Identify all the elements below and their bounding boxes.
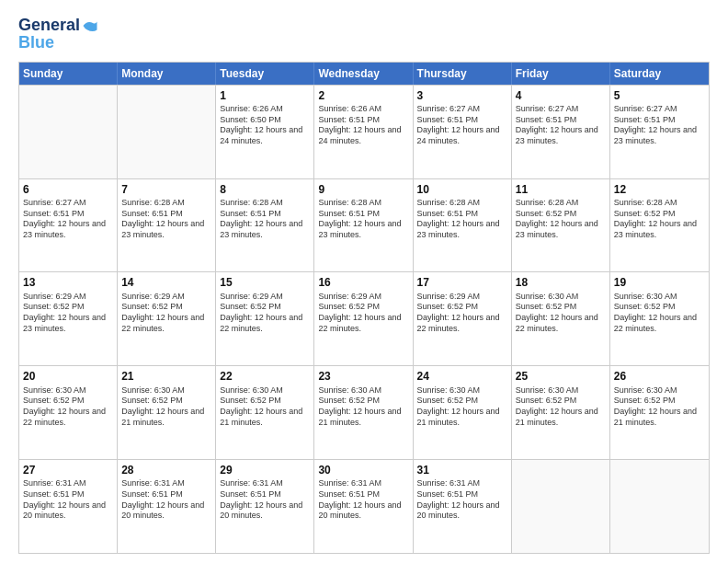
calendar-week: 13Sunrise: 6:29 AMSunset: 6:52 PMDayligh… <box>19 271 709 365</box>
day-number: 25 <box>516 369 606 384</box>
cell-info: Sunrise: 6:31 AMSunset: 6:51 PMDaylight:… <box>220 478 310 522</box>
day-number: 10 <box>417 182 507 197</box>
cell-info: Sunrise: 6:30 AMSunset: 6:52 PMDaylight:… <box>220 385 310 429</box>
cell-info: Sunrise: 6:27 AMSunset: 6:51 PMDaylight:… <box>516 104 606 147</box>
day-number: 27 <box>23 463 113 477</box>
calendar: SundayMondayTuesdayWednesdayThursdayFrid… <box>18 62 710 554</box>
calendar-cell <box>118 86 216 178</box>
calendar-body: 1Sunrise: 6:26 AMSunset: 6:50 PMDaylight… <box>19 85 709 553</box>
calendar-cell: 6Sunrise: 6:27 AMSunset: 6:51 PMDaylight… <box>19 179 118 272</box>
cell-info: Sunrise: 6:30 AMSunset: 6:52 PMDaylight:… <box>417 385 507 429</box>
day-number: 16 <box>318 275 408 290</box>
cell-info: Sunrise: 6:28 AMSunset: 6:51 PMDaylight:… <box>318 198 408 241</box>
cell-info: Sunrise: 6:28 AMSunset: 6:51 PMDaylight:… <box>220 198 310 241</box>
calendar-cell: 20Sunrise: 6:30 AMSunset: 6:52 PMDayligh… <box>19 366 118 459</box>
day-number: 19 <box>614 275 705 290</box>
day-number: 23 <box>318 369 408 384</box>
calendar-week: 20Sunrise: 6:30 AMSunset: 6:52 PMDayligh… <box>19 365 709 459</box>
day-number: 4 <box>516 88 606 103</box>
cell-info: Sunrise: 6:29 AMSunset: 6:52 PMDaylight:… <box>220 292 310 335</box>
logo: General Blue <box>18 17 98 52</box>
calendar-cell: 9Sunrise: 6:28 AMSunset: 6:51 PMDaylight… <box>314 179 413 272</box>
calendar-week: 1Sunrise: 6:26 AMSunset: 6:50 PMDaylight… <box>19 85 709 178</box>
cell-info: Sunrise: 6:30 AMSunset: 6:52 PMDaylight:… <box>614 292 705 335</box>
calendar-cell: 17Sunrise: 6:29 AMSunset: 6:52 PMDayligh… <box>414 272 512 365</box>
cell-info: Sunrise: 6:28 AMSunset: 6:51 PMDaylight:… <box>417 198 507 241</box>
cell-info: Sunrise: 6:31 AMSunset: 6:51 PMDaylight:… <box>23 478 113 522</box>
calendar-cell: 7Sunrise: 6:28 AMSunset: 6:51 PMDaylight… <box>118 179 216 272</box>
calendar-cell: 15Sunrise: 6:29 AMSunset: 6:52 PMDayligh… <box>216 272 314 365</box>
cell-info: Sunrise: 6:29 AMSunset: 6:52 PMDaylight:… <box>417 292 507 335</box>
calendar-cell: 16Sunrise: 6:29 AMSunset: 6:52 PMDayligh… <box>314 272 413 365</box>
cal-header-cell: Tuesday <box>216 63 314 85</box>
cell-info: Sunrise: 6:30 AMSunset: 6:52 PMDaylight:… <box>121 385 211 429</box>
calendar-header: SundayMondayTuesdayWednesdayThursdayFrid… <box>19 63 709 85</box>
cal-header-cell: Wednesday <box>314 63 413 85</box>
cell-info: Sunrise: 6:29 AMSunset: 6:52 PMDaylight:… <box>23 292 113 335</box>
calendar-cell: 2Sunrise: 6:26 AMSunset: 6:51 PMDaylight… <box>314 86 413 178</box>
cell-info: Sunrise: 6:29 AMSunset: 6:52 PMDaylight:… <box>318 292 408 335</box>
cell-info: Sunrise: 6:31 AMSunset: 6:51 PMDaylight:… <box>318 478 408 522</box>
cal-header-cell: Friday <box>512 63 610 85</box>
calendar-cell: 4Sunrise: 6:27 AMSunset: 6:51 PMDaylight… <box>512 86 610 178</box>
day-number: 21 <box>121 369 211 384</box>
cell-info: Sunrise: 6:26 AMSunset: 6:51 PMDaylight:… <box>318 104 408 147</box>
day-number: 29 <box>220 463 310 477</box>
calendar-cell: 1Sunrise: 6:26 AMSunset: 6:50 PMDaylight… <box>216 86 314 178</box>
day-number: 3 <box>417 88 507 103</box>
day-number: 11 <box>516 182 606 197</box>
calendar-cell: 8Sunrise: 6:28 AMSunset: 6:51 PMDaylight… <box>216 179 314 272</box>
calendar-cell: 10Sunrise: 6:28 AMSunset: 6:51 PMDayligh… <box>414 179 512 272</box>
day-number: 20 <box>23 369 113 384</box>
day-number: 30 <box>318 463 408 477</box>
day-number: 8 <box>220 182 310 197</box>
day-number: 9 <box>318 182 408 197</box>
calendar-cell: 3Sunrise: 6:27 AMSunset: 6:51 PMDaylight… <box>414 86 512 178</box>
day-number: 2 <box>318 88 408 103</box>
calendar-cell: 24Sunrise: 6:30 AMSunset: 6:52 PMDayligh… <box>414 366 512 459</box>
day-number: 24 <box>417 369 507 384</box>
calendar-cell: 26Sunrise: 6:30 AMSunset: 6:52 PMDayligh… <box>610 366 709 459</box>
day-number: 15 <box>220 275 310 290</box>
calendar-cell: 5Sunrise: 6:27 AMSunset: 6:51 PMDaylight… <box>610 86 709 178</box>
calendar-cell <box>512 460 610 553</box>
calendar-week: 27Sunrise: 6:31 AMSunset: 6:51 PMDayligh… <box>19 459 709 553</box>
calendar-cell: 27Sunrise: 6:31 AMSunset: 6:51 PMDayligh… <box>19 460 118 553</box>
cell-info: Sunrise: 6:30 AMSunset: 6:52 PMDaylight:… <box>516 385 606 429</box>
calendar-cell: 21Sunrise: 6:30 AMSunset: 6:52 PMDayligh… <box>118 366 216 459</box>
cal-header-cell: Monday <box>118 63 216 85</box>
calendar-cell: 11Sunrise: 6:28 AMSunset: 6:52 PMDayligh… <box>512 179 610 272</box>
calendar-cell: 25Sunrise: 6:30 AMSunset: 6:52 PMDayligh… <box>512 366 610 459</box>
day-number: 22 <box>220 369 310 384</box>
calendar-cell: 22Sunrise: 6:30 AMSunset: 6:52 PMDayligh… <box>216 366 314 459</box>
cell-info: Sunrise: 6:29 AMSunset: 6:52 PMDaylight:… <box>121 292 211 335</box>
day-number: 5 <box>614 88 705 103</box>
calendar-cell: 18Sunrise: 6:30 AMSunset: 6:52 PMDayligh… <box>512 272 610 365</box>
cell-info: Sunrise: 6:27 AMSunset: 6:51 PMDaylight:… <box>417 104 507 147</box>
cell-info: Sunrise: 6:30 AMSunset: 6:52 PMDaylight:… <box>318 385 408 429</box>
cal-header-cell: Sunday <box>19 63 118 85</box>
day-number: 26 <box>614 369 705 384</box>
calendar-cell: 30Sunrise: 6:31 AMSunset: 6:51 PMDayligh… <box>314 460 413 553</box>
day-number: 7 <box>121 182 211 197</box>
cell-info: Sunrise: 6:27 AMSunset: 6:51 PMDaylight:… <box>614 104 705 147</box>
cal-header-cell: Saturday <box>610 63 709 85</box>
calendar-cell: 12Sunrise: 6:28 AMSunset: 6:52 PMDayligh… <box>610 179 709 272</box>
calendar-cell: 23Sunrise: 6:30 AMSunset: 6:52 PMDayligh… <box>314 366 413 459</box>
calendar-cell: 29Sunrise: 6:31 AMSunset: 6:51 PMDayligh… <box>216 460 314 553</box>
cal-header-cell: Thursday <box>414 63 512 85</box>
cell-info: Sunrise: 6:31 AMSunset: 6:51 PMDaylight:… <box>417 478 507 522</box>
cell-info: Sunrise: 6:28 AMSunset: 6:52 PMDaylight:… <box>516 198 606 241</box>
calendar-cell: 31Sunrise: 6:31 AMSunset: 6:51 PMDayligh… <box>414 460 512 553</box>
day-number: 1 <box>220 88 310 103</box>
day-number: 6 <box>23 182 113 197</box>
logo-text: General <box>18 17 80 35</box>
day-number: 14 <box>121 275 211 290</box>
cell-info: Sunrise: 6:28 AMSunset: 6:51 PMDaylight:… <box>121 198 211 241</box>
day-number: 13 <box>23 275 113 290</box>
day-number: 28 <box>121 463 211 477</box>
logo-icon <box>82 17 98 34</box>
day-number: 12 <box>614 182 705 197</box>
cell-info: Sunrise: 6:30 AMSunset: 6:52 PMDaylight:… <box>614 385 705 429</box>
header: General Blue <box>18 17 710 52</box>
